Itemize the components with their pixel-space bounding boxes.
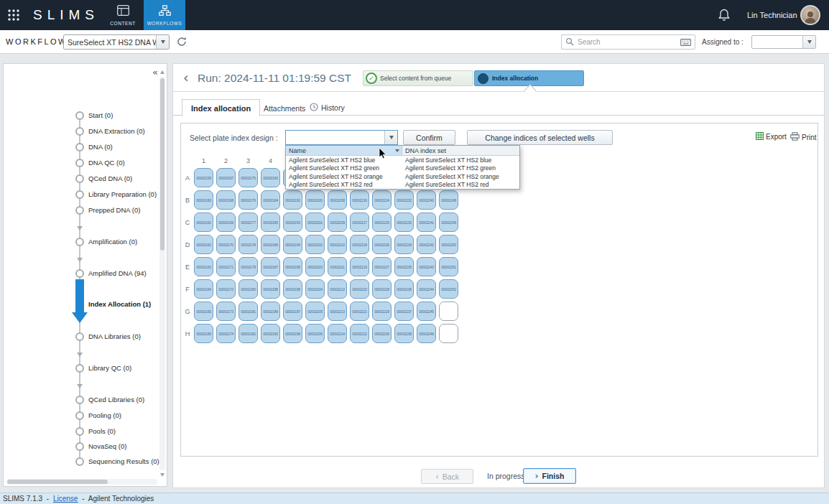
- plate-well[interactable]: 00002184: [261, 190, 280, 210]
- change-indices-button[interactable]: Change indices of selected wells: [467, 130, 613, 145]
- tab-index-allocation[interactable]: Index allocation: [182, 99, 260, 116]
- plate-well[interactable]: 00002172: [216, 279, 236, 299]
- plate-well[interactable]: 00002179: [238, 257, 258, 276]
- plate-well[interactable]: 00002161: [194, 213, 213, 232]
- plate-well[interactable]: 00002209: [328, 213, 347, 232]
- plate-well[interactable]: 00002197: [283, 302, 302, 321]
- plate-well[interactable]: 00002162: [194, 235, 213, 254]
- plate-well[interactable]: [439, 302, 458, 321]
- workflow-step-node[interactable]: [75, 159, 84, 167]
- plate-well[interactable]: 00002168: [216, 190, 236, 210]
- plate-well[interactable]: 00002196: [283, 279, 302, 299]
- plate-well[interactable]: 00002211: [328, 257, 347, 276]
- plate-well[interactable]: 00002221: [350, 302, 369, 321]
- plate-well[interactable]: 00002243: [417, 257, 436, 276]
- plate-well[interactable]: 00002194: [283, 235, 302, 254]
- dropdown-column-indexset[interactable]: DNA index set: [402, 146, 519, 155]
- workflow-step-label[interactable]: DNA Extraction (0): [88, 127, 145, 135]
- workflow-step-node[interactable]: [75, 396, 84, 404]
- notifications-button[interactable]: [718, 9, 730, 22]
- plate-well[interactable]: 00002208: [328, 190, 347, 210]
- plate-well[interactable]: 00002248: [439, 190, 458, 210]
- back-icon[interactable]: ‹: [183, 70, 189, 85]
- plate-well[interactable]: 00002195: [283, 257, 302, 276]
- workflow-step-node[interactable]: [75, 238, 84, 246]
- plate-well[interactable]: 00002224: [372, 190, 392, 210]
- plate-well[interactable]: 00002245: [417, 302, 436, 321]
- license-link[interactable]: License: [53, 495, 78, 503]
- confirm-button[interactable]: Confirm: [403, 130, 455, 145]
- plate-well[interactable]: 00002176: [238, 190, 258, 210]
- plate-well[interactable]: 00002226: [372, 235, 392, 254]
- plate-well[interactable]: 00002189: [261, 302, 280, 321]
- plate-well[interactable]: 00002163: [194, 257, 213, 276]
- workflow-step-node[interactable]: [75, 174, 84, 183]
- dropdown-row[interactable]: Agilent SureSelect XT HS2 blueAgilent Su…: [286, 156, 519, 164]
- plate-well[interactable]: 00002174: [216, 324, 236, 343]
- workflow-select[interactable]: SureSelect XT HS2 DNA W...: [63, 34, 170, 50]
- plate-well[interactable]: 00002237: [394, 302, 414, 321]
- plate-well[interactable]: 00002249: [439, 213, 458, 232]
- progress-step-select-content[interactable]: ✓ Select content from queue: [363, 70, 473, 86]
- vertical-scrollbar[interactable]: [159, 77, 165, 470]
- workflow-step-label[interactable]: Sequencing Results (0): [88, 457, 159, 465]
- workflow-step-label[interactable]: QCed Libraries (0): [88, 396, 144, 403]
- workflow-step-node[interactable]: [75, 143, 84, 151]
- plate-well[interactable]: 00002202: [305, 235, 325, 254]
- workflow-step-label[interactable]: DNA (0): [88, 143, 113, 151]
- assigned-to-select[interactable]: [751, 35, 816, 49]
- workflow-step-label[interactable]: Library QC (0): [88, 364, 131, 372]
- tab-attachments[interactable]: Attachments: [254, 103, 305, 113]
- plate-well[interactable]: 00002250: [439, 235, 458, 254]
- workflow-step-label[interactable]: Start (0): [88, 111, 113, 119]
- workflow-step-node[interactable]: [75, 457, 84, 466]
- print-button[interactable]: Print: [790, 132, 817, 142]
- scrollbar-thumb[interactable]: [160, 78, 165, 251]
- workflow-step-label[interactable]: Pools (0): [88, 427, 116, 435]
- plate-well[interactable]: 00002238: [394, 324, 414, 343]
- collapse-sidebar-icon[interactable]: «: [152, 67, 158, 78]
- app-launcher-icon[interactable]: [7, 9, 20, 22]
- workflow-step-node[interactable]: [75, 269, 84, 278]
- plate-well[interactable]: 00002234: [394, 235, 414, 254]
- plate-well[interactable]: 00002192: [283, 190, 302, 210]
- plate-well[interactable]: 00002206: [305, 324, 325, 343]
- plate-well[interactable]: 00002217: [350, 213, 369, 232]
- plate-well[interactable]: 00002222: [350, 324, 369, 343]
- workflow-step-label[interactable]: Pooling (0): [88, 411, 121, 419]
- plate-well[interactable]: 00002252: [439, 279, 458, 299]
- workflow-step-label[interactable]: DNA QC (0): [88, 159, 125, 167]
- plate-well[interactable]: 00002170: [216, 235, 236, 254]
- workflow-step-node[interactable]: [75, 206, 84, 215]
- plate-well[interactable]: 00002220: [350, 279, 369, 299]
- plate-well[interactable]: 00002173: [216, 302, 236, 321]
- progress-step-index-allocation[interactable]: Index allocation: [474, 70, 584, 86]
- plate-well[interactable]: 00002230: [372, 324, 392, 343]
- scroll-up-icon[interactable]: [160, 70, 165, 74]
- workflow-step-node[interactable]: [75, 111, 84, 120]
- plate-well[interactable]: 00002164: [194, 279, 213, 299]
- workflow-step-node[interactable]: [75, 127, 84, 136]
- plate-well[interactable]: 00002235: [394, 257, 414, 276]
- workflow-step-node[interactable]: [75, 411, 84, 420]
- plate-well[interactable]: 00002213: [328, 302, 347, 321]
- plate-well[interactable]: 00002244: [417, 279, 436, 299]
- plate-well[interactable]: 00002251: [439, 257, 458, 276]
- plate-well[interactable]: 00002187: [261, 257, 280, 276]
- plate-well[interactable]: 00002240: [417, 190, 436, 210]
- plate-well[interactable]: 00002188: [261, 279, 280, 299]
- plate-well[interactable]: 00002201: [305, 213, 325, 232]
- plate-well[interactable]: 00002171: [216, 257, 236, 276]
- scrollbar-thumb[interactable]: [7, 480, 108, 484]
- plate-well[interactable]: 00002180: [238, 279, 258, 299]
- plate-well[interactable]: 00002219: [350, 257, 369, 276]
- avatar[interactable]: [800, 5, 820, 25]
- plate-well[interactable]: 00002198: [283, 324, 302, 343]
- plate-well[interactable]: 00002169: [216, 213, 236, 232]
- plate-well[interactable]: 00002210: [328, 235, 347, 254]
- plate-well[interactable]: 00002177: [238, 213, 258, 232]
- workflow-step-label[interactable]: DNA Libraries (0): [88, 332, 141, 340]
- plate-well[interactable]: 00002246: [417, 324, 436, 343]
- plate-well[interactable]: [439, 324, 458, 343]
- plate-well[interactable]: 00002186: [261, 235, 280, 254]
